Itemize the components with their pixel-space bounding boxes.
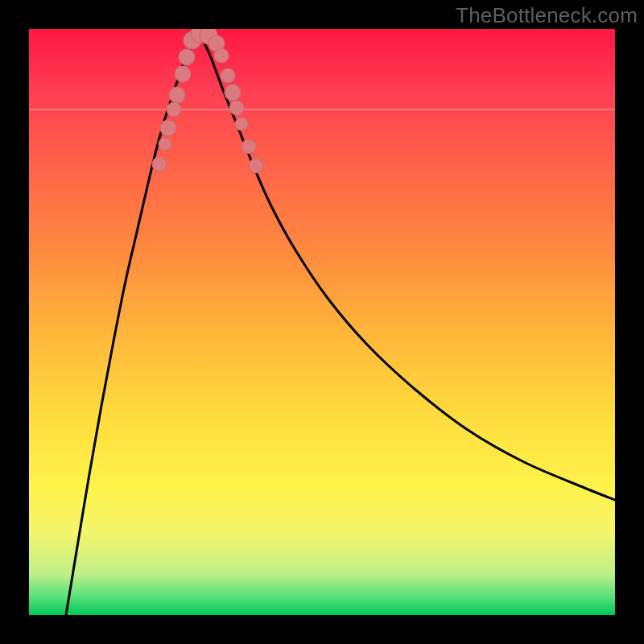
chart-gradient-background: [29, 29, 615, 615]
watermark-text: TheBottleneck.com: [456, 3, 638, 28]
